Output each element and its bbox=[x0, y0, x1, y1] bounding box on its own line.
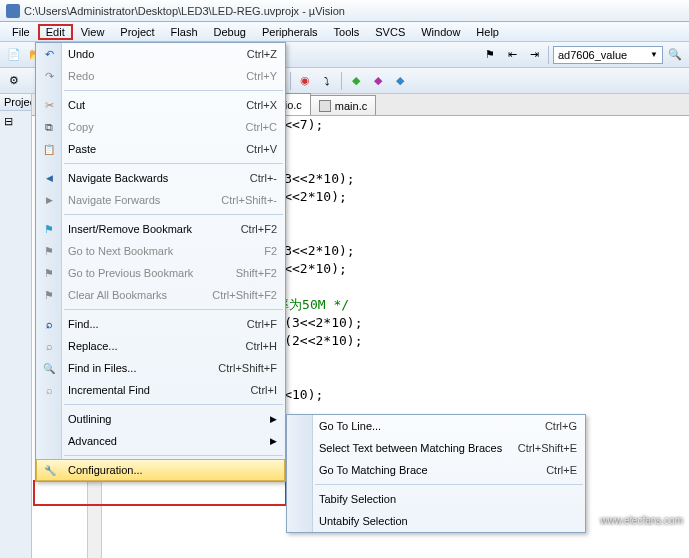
copy-icon bbox=[41, 119, 57, 135]
bookmark-g-icon bbox=[41, 287, 57, 303]
menu-item-find-in-files[interactable]: Find in Files...Ctrl+Shift+F bbox=[36, 357, 285, 379]
menu-tools[interactable]: Tools bbox=[326, 24, 368, 40]
app-icon bbox=[6, 4, 20, 18]
bookmark-g-icon bbox=[41, 265, 57, 281]
tree-root-item[interactable]: ⊟ bbox=[4, 115, 27, 128]
new-file-button[interactable]: 📄 bbox=[4, 45, 24, 65]
menu-edit[interactable]: Edit bbox=[38, 24, 73, 40]
menu-item-paste[interactable]: PasteCtrl+V bbox=[36, 138, 285, 160]
submenu-item-tabify-selection[interactable]: Tabify Selection bbox=[287, 488, 585, 510]
bookmark-g-icon bbox=[41, 243, 57, 259]
project-panel: Projec ⊟ bbox=[0, 94, 32, 558]
submenu-item-label: Tabify Selection bbox=[319, 493, 396, 505]
replace-icon bbox=[41, 338, 57, 354]
menu-view[interactable]: View bbox=[73, 24, 113, 40]
menu-item-label: Clear All Bookmarks bbox=[68, 289, 167, 301]
titlebar: C:\Users\Administrator\Desktop\LED3\LED-… bbox=[0, 0, 689, 22]
menu-item-shortcut: Ctrl+Shift+F2 bbox=[212, 289, 277, 301]
menu-item-replace[interactable]: Replace...Ctrl+H bbox=[36, 335, 285, 357]
menu-item-shortcut: Shift+F2 bbox=[236, 267, 277, 279]
menu-item-shortcut: Ctrl+- bbox=[250, 172, 277, 184]
tool1-icon[interactable]: ◆ bbox=[346, 71, 366, 91]
window-title: C:\Users\Administrator\Desktop\LED3\LED-… bbox=[24, 5, 345, 17]
menu-item-label: Paste bbox=[68, 143, 96, 155]
submenu-item-shortcut: Ctrl+Shift+E bbox=[518, 442, 577, 454]
menu-peripherals[interactable]: Peripherals bbox=[254, 24, 326, 40]
menu-item-label: Redo bbox=[68, 70, 94, 82]
chevron-down-icon: ▼ bbox=[650, 50, 658, 59]
menu-project[interactable]: Project bbox=[112, 24, 162, 40]
indent-in-icon[interactable]: ⇥ bbox=[524, 45, 544, 65]
build-button[interactable]: ⚙ bbox=[4, 71, 24, 91]
advanced-submenu: Go To Line...Ctrl+GSelect Text between M… bbox=[286, 414, 586, 533]
menu-file[interactable]: File bbox=[4, 24, 38, 40]
menu-item-shortcut: F2 bbox=[264, 245, 277, 257]
submenu-item-untabify-selection[interactable]: Untabify Selection bbox=[287, 510, 585, 532]
bookmark-toolbar-icon[interactable]: ⚑ bbox=[480, 45, 500, 65]
menu-svcs[interactable]: SVCS bbox=[367, 24, 413, 40]
project-panel-title: Projec bbox=[0, 94, 31, 111]
menu-help[interactable]: Help bbox=[468, 24, 507, 40]
menu-debug[interactable]: Debug bbox=[206, 24, 254, 40]
submenu-item-label: Select Text between Matching Braces bbox=[319, 442, 502, 454]
menu-item-label: Navigate Forwards bbox=[68, 194, 160, 206]
symbol-combo[interactable]: ad7606_value ▼ bbox=[553, 46, 663, 64]
editor-tab-main-c[interactable]: main.c bbox=[310, 95, 376, 115]
menu-item-shortcut: Ctrl+I bbox=[250, 384, 277, 396]
submenu-arrow-icon: ▶ bbox=[270, 436, 277, 446]
submenu-item-label: Go To Matching Brace bbox=[319, 464, 428, 476]
submenu-item-select-text-between-matching-braces[interactable]: Select Text between Matching BracesCtrl+… bbox=[287, 437, 585, 459]
submenu-item-label: Go To Line... bbox=[319, 420, 381, 432]
menubar: FileEditViewProjectFlashDebugPeripherals… bbox=[0, 22, 689, 42]
menu-item-shortcut: Ctrl+F bbox=[247, 318, 277, 330]
menu-item-redo: RedoCtrl+Y bbox=[36, 65, 285, 87]
menu-item-configuration[interactable]: Configuration... bbox=[36, 459, 285, 481]
cut-icon bbox=[41, 97, 57, 113]
tool2-icon[interactable]: ◆ bbox=[368, 71, 388, 91]
menu-item-shortcut: Ctrl+V bbox=[246, 143, 277, 155]
menu-item-label: Insert/Remove Bookmark bbox=[68, 223, 192, 235]
bookmark-icon bbox=[41, 221, 57, 237]
menu-item-cut[interactable]: CutCtrl+X bbox=[36, 94, 285, 116]
navfwd-icon bbox=[41, 192, 57, 208]
step-button[interactable]: ⤵ bbox=[317, 71, 337, 91]
submenu-item-go-to-line[interactable]: Go To Line...Ctrl+G bbox=[287, 415, 585, 437]
config-icon bbox=[42, 462, 58, 478]
find-toolbar-icon[interactable]: 🔍 bbox=[665, 45, 685, 65]
menu-item-shortcut: Ctrl+Shift+- bbox=[221, 194, 277, 206]
symbol-combo-value: ad7606_value bbox=[558, 49, 627, 61]
debug-button[interactable]: ◉ bbox=[295, 71, 315, 91]
undo-icon bbox=[41, 46, 57, 62]
menu-item-go-to-next-bookmark: Go to Next BookmarkF2 bbox=[36, 240, 285, 262]
menu-item-undo[interactable]: UndoCtrl+Z bbox=[36, 43, 285, 65]
tool3-icon[interactable]: ◆ bbox=[390, 71, 410, 91]
indent-out-icon[interactable]: ⇤ bbox=[502, 45, 522, 65]
paste-icon bbox=[41, 141, 57, 157]
menu-item-insert-remove-bookmark[interactable]: Insert/Remove BookmarkCtrl+F2 bbox=[36, 218, 285, 240]
menu-item-label: Navigate Backwards bbox=[68, 172, 168, 184]
menu-item-label: Outlining bbox=[68, 413, 111, 425]
menu-item-label: Go to Next Bookmark bbox=[68, 245, 173, 257]
submenu-item-label: Untabify Selection bbox=[319, 515, 408, 527]
menu-item-shortcut: Ctrl+Shift+F bbox=[218, 362, 277, 374]
menu-item-shortcut: Ctrl+Z bbox=[247, 48, 277, 60]
navback-icon bbox=[41, 170, 57, 186]
findfiles-icon bbox=[41, 360, 57, 376]
menu-item-go-to-previous-bookmark: Go to Previous BookmarkShift+F2 bbox=[36, 262, 285, 284]
menu-item-clear-all-bookmarks: Clear All BookmarksCtrl+Shift+F2 bbox=[36, 284, 285, 306]
menu-item-advanced[interactable]: Advanced▶ bbox=[36, 430, 285, 452]
menu-flash[interactable]: Flash bbox=[163, 24, 206, 40]
menu-item-navigate-backwards[interactable]: Navigate BackwardsCtrl+- bbox=[36, 167, 285, 189]
menu-item-outlining[interactable]: Outlining▶ bbox=[36, 408, 285, 430]
menu-item-find[interactable]: Find...Ctrl+F bbox=[36, 313, 285, 335]
menu-item-label: Cut bbox=[68, 99, 85, 111]
menu-item-incremental-find[interactable]: Incremental FindCtrl+I bbox=[36, 379, 285, 401]
submenu-item-shortcut: Ctrl+E bbox=[546, 464, 577, 476]
project-tree[interactable]: ⊟ bbox=[0, 111, 31, 132]
menu-window[interactable]: Window bbox=[413, 24, 468, 40]
menu-item-shortcut: Ctrl+Y bbox=[246, 70, 277, 82]
menu-item-label: Advanced bbox=[68, 435, 117, 447]
menu-item-shortcut: Ctrl+F2 bbox=[241, 223, 277, 235]
submenu-item-go-to-matching-brace[interactable]: Go To Matching BraceCtrl+E bbox=[287, 459, 585, 481]
inc-icon bbox=[41, 382, 57, 398]
